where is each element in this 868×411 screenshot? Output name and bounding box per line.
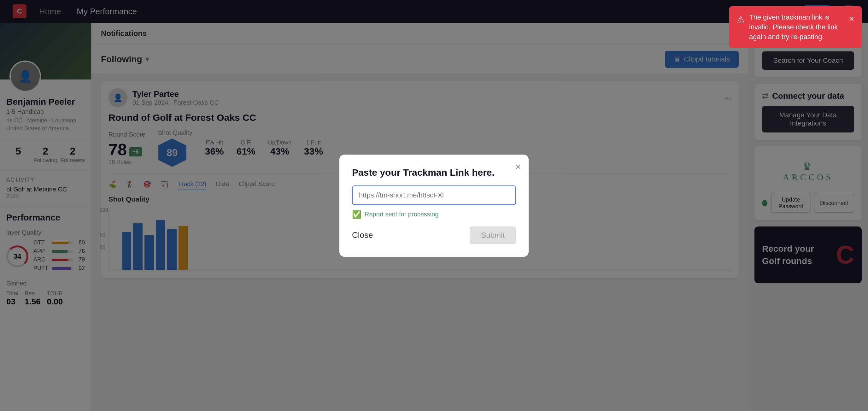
modal-submit-button[interactable]: Submit (470, 226, 516, 244)
error-toast: ⚠ The given trackman link is invalid. Pl… (729, 6, 862, 48)
trackman-link-input[interactable] (352, 186, 516, 205)
modal-close-x-button[interactable]: × (515, 161, 521, 172)
modal-actions: Close Submit (352, 226, 516, 244)
success-check-icon: ✅ (352, 210, 362, 219)
toast-close-button[interactable]: × (849, 12, 854, 25)
modal-title: Paste your Trackman Link here. (352, 167, 516, 178)
toast-message: The given trackman link is invalid. Plea… (749, 12, 838, 42)
toast-warning-icon: ⚠ (737, 13, 745, 26)
modal-success-message: ✅ Report sent for processing (352, 210, 516, 219)
modal-overlay[interactable]: Paste your Trackman Link here. × ✅ Repor… (0, 0, 868, 411)
trackman-modal: Paste your Trackman Link here. × ✅ Repor… (339, 155, 529, 257)
modal-close-button[interactable]: Close (352, 227, 373, 243)
success-text: Report sent for processing (365, 211, 439, 218)
